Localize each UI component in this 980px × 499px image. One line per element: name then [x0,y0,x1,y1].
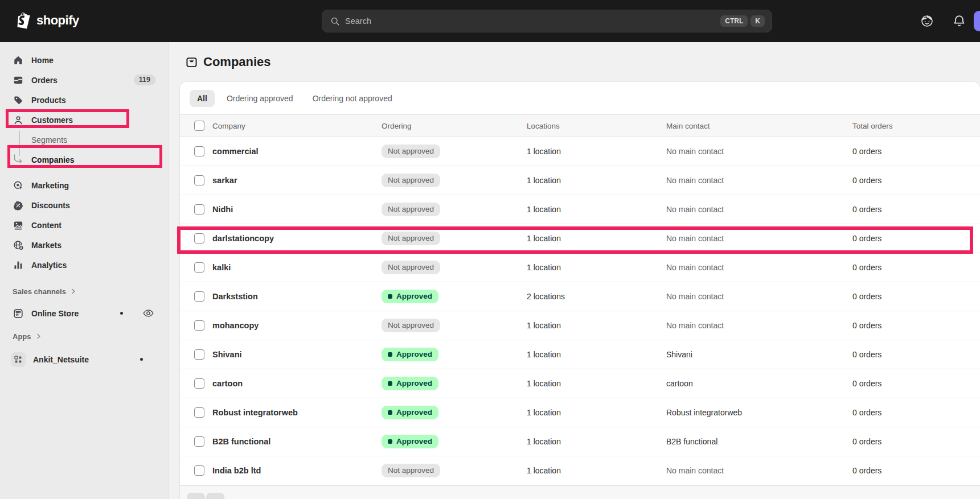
table-row-india-b2b-ltd[interactable]: India b2b ltd Not approved 1 location No… [180,456,980,485]
row-checkbox[interactable] [194,291,204,302]
company-name[interactable]: B2B functional [212,437,382,446]
sidebar-item-products[interactable]: Products [7,90,161,110]
column-header-company[interactable]: Company [212,122,382,130]
approved-dot [388,410,392,415]
row-checkbox[interactable] [194,349,204,360]
sidebar-item-discounts[interactable]: Discounts [7,195,161,215]
approved-dot [388,352,392,357]
app-grid-icon [11,352,26,367]
table-row-robust-integratorweb[interactable]: Robust integratorweb Approved 1 location… [180,398,980,427]
sidebar-item-home[interactable]: Home [7,50,161,70]
tab-all[interactable]: All [190,90,215,107]
sidebar-item-ankit-netsuite[interactable]: Ankit_Netsuite [7,349,161,369]
sidebar-item-settings[interactable]: Settings [14,493,154,499]
table-row-darkststion[interactable]: Darkststion Approved 2 locations No main… [180,282,980,311]
sidebar-item-markets[interactable]: Markets [7,235,161,255]
table-row-shivani[interactable]: Shivani Approved 1 location Shivani 0 or… [180,340,980,369]
sidebar-item-label: Products [31,96,66,105]
sidebar: Home Orders 119 Products Customers Segme… [0,42,169,499]
row-checkbox[interactable] [194,436,204,447]
sidebar-item-orders[interactable]: Orders 119 [7,70,161,90]
shopify-logo[interactable]: shopify [17,12,79,29]
row-checkbox[interactable] [194,146,204,156]
sidebar-item-label: Orders [31,76,58,85]
row-checkbox[interactable] [194,175,204,185]
customers-icon [13,114,24,126]
subnav-tree-line [19,131,20,156]
locations-cell: 1 location [527,321,666,330]
select-all-checkbox[interactable] [194,121,204,131]
row-checkbox[interactable] [194,233,204,244]
icon-spacer [13,134,24,146]
row-checkbox[interactable] [194,378,204,389]
company-name[interactable]: Darkststion [212,292,382,301]
column-header-ordering[interactable]: Ordering [382,122,527,130]
locations-cell: 1 location [527,466,666,475]
products-icon [13,94,24,106]
total-orders-cell: 0 orders [852,408,980,417]
search-input[interactable]: Search CTRL K [322,10,772,32]
sidebar-item-segments[interactable]: Segments [7,130,161,150]
row-checkbox[interactable] [194,465,204,476]
company-name[interactable]: darlstationcopy [212,234,382,243]
search-shortcut: CTRL K [720,15,765,27]
column-header-locations[interactable]: Locations [527,122,666,130]
company-name[interactable]: commercial [212,147,382,156]
company-name[interactable]: Shivani [212,350,382,359]
company-name[interactable]: mohancopy [212,321,382,330]
chevron-right-icon [36,333,42,339]
bell-icon[interactable] [952,14,967,28]
online-store-label: Online Store [31,309,79,318]
row-checkbox[interactable] [194,407,204,418]
total-orders-cell: 0 orders [852,205,980,214]
tab-ordering-not-approved[interactable]: Ordering not approved [305,90,400,107]
sales-channels-header[interactable]: Sales channels [7,284,161,299]
company-name[interactable]: Nidhi [212,205,382,214]
online-store-icon [13,308,24,319]
content-icon [13,220,24,231]
table-row-b2b-functional[interactable]: B2B functional Approved 1 location B2B f… [180,427,980,456]
tab-ordering-approved[interactable]: Ordering approved [219,90,301,107]
table-row-commercial[interactable]: commercial Not approved 1 location No ma… [180,137,980,166]
table-row-nidhi[interactable]: Nidhi Not approved 1 location No main co… [180,195,980,224]
row-checkbox[interactable] [194,204,204,215]
ordering-status-badge: Approved [382,377,438,390]
view-store-eye-icon[interactable] [142,307,154,320]
marketing-icon [13,180,24,191]
apps-header[interactable]: Apps [7,329,161,344]
sidebar-item-label: Content [31,221,61,230]
page-title: Companies [203,55,271,69]
sidebar-item-online-store[interactable]: Online Store [7,303,161,323]
sales-channels-label: Sales channels [13,287,66,296]
sidebar-item-label: Discounts [31,201,70,210]
sidebar-item-label: Customers [31,116,73,125]
table-row-cartoon[interactable]: cartoon Approved 1 location cartoon 0 or… [180,369,980,398]
table-row-mohancopy[interactable]: mohancopy Not approved 1 location No mai… [180,311,980,340]
avatar[interactable] [974,11,980,31]
apps-label: Apps [13,332,31,341]
locations-cell: 1 location [527,176,666,185]
company-name[interactable]: sarkar [212,176,382,185]
total-orders-cell: 0 orders [852,147,980,156]
sidebar-item-content[interactable]: Content [7,215,161,235]
sidekick-icon[interactable] [920,14,934,28]
filter-tabs: AllOrdering approvedOrdering not approve… [180,82,980,114]
table-row-kalki[interactable]: kalki Not approved 1 location No main co… [180,253,980,282]
column-header-total-orders[interactable]: Total orders [852,122,980,130]
row-checkbox[interactable] [194,320,204,331]
company-name[interactable]: India b2b ltd [212,466,382,475]
table-row-darlstationcopy[interactable]: darlstationcopy Not approved 1 location … [180,224,980,253]
table-row-sarkar[interactable]: sarkar Not approved 1 location No main c… [180,166,980,195]
sidebar-item-customers[interactable]: Customers [7,110,161,130]
pagination-prev-button[interactable] [187,493,205,499]
sidebar-item-companies[interactable]: Companies [7,150,161,170]
sidebar-item-analytics[interactable]: Analytics [7,255,161,275]
column-header-main-contact[interactable]: Main contact [666,122,852,130]
company-name[interactable]: kalki [212,263,382,272]
company-name[interactable]: Robust integratorweb [212,408,382,417]
company-name[interactable]: cartoon [212,379,382,388]
row-checkbox[interactable] [194,262,204,273]
search-icon [330,17,340,26]
pagination-next-button[interactable] [206,493,224,499]
sidebar-item-marketing[interactable]: Marketing [7,175,161,195]
